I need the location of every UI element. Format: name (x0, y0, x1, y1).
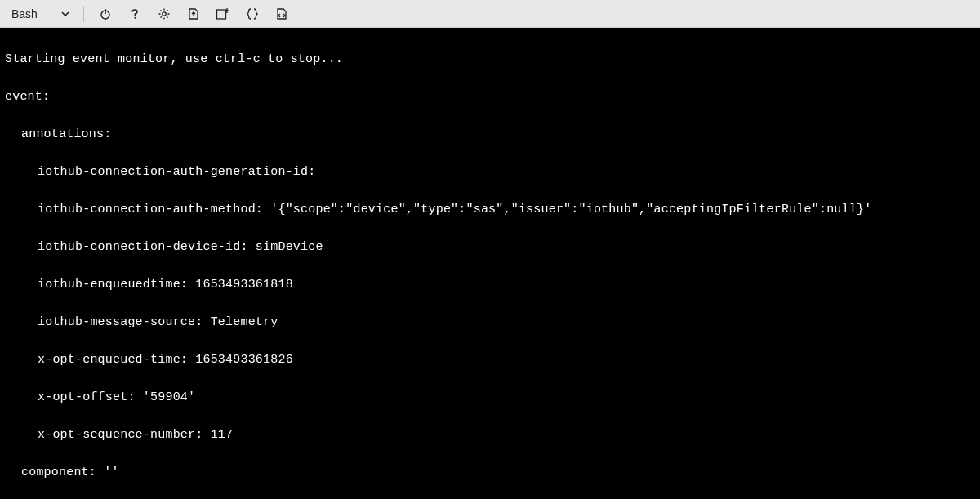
svg-rect-4 (216, 10, 225, 19)
terminal-output: Starting event monitor, use ctrl-c to st… (0, 28, 980, 499)
help-icon[interactable] (122, 2, 148, 25)
terminal-line: x-opt-enqueued-time: 1653493361826 (5, 350, 975, 369)
open-editor-icon[interactable] (269, 2, 295, 25)
terminal-line: iothub-message-source: Telemetry (5, 313, 975, 332)
chevron-down-icon (60, 9, 70, 19)
svg-point-2 (134, 16, 136, 18)
settings-icon[interactable] (151, 2, 177, 25)
terminal-line: x-opt-offset: '59904' (5, 388, 975, 407)
new-session-icon[interactable] (210, 2, 236, 25)
svg-point-3 (163, 11, 166, 15)
braces-icon[interactable] (239, 2, 265, 25)
terminal-line: x-opt-sequence-number: 117 (5, 425, 975, 444)
shell-selector[interactable]: Bash (7, 4, 75, 24)
divider (83, 6, 84, 22)
terminal-line: iothub-connection-auth-method: '{"scope"… (5, 200, 975, 219)
terminal-line: Starting event monitor, use ctrl-c to st… (5, 50, 975, 69)
terminal-line: component: '' (5, 463, 975, 482)
power-icon[interactable] (92, 2, 118, 25)
upload-file-icon[interactable] (180, 2, 207, 25)
terminal-line: iothub-connection-auth-generation-id: (5, 163, 975, 181)
toolbar: Bash (0, 0, 980, 28)
terminal-line: event: (5, 87, 975, 106)
terminal-line: iothub-enqueuedtime: 1653493361818 (5, 275, 975, 294)
shell-label: Bash (11, 7, 38, 20)
terminal-line: annotations: (5, 125, 975, 144)
terminal-line: iothub-connection-device-id: simDevice (5, 238, 975, 256)
